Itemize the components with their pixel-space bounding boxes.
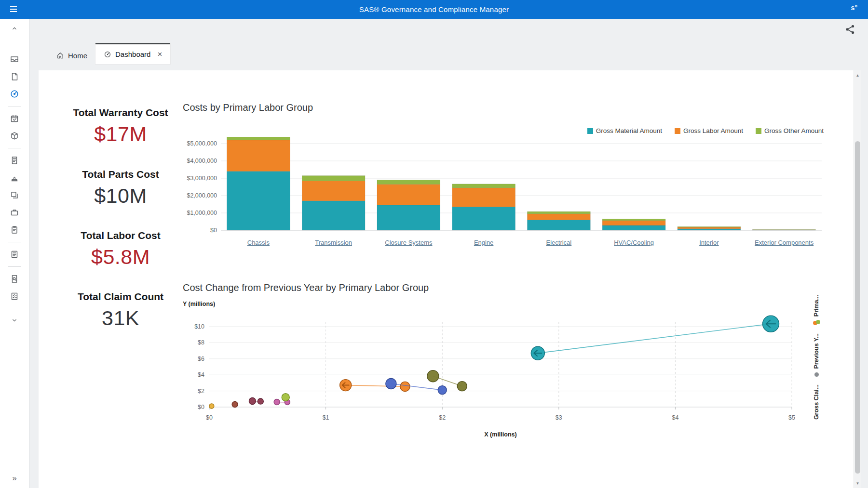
scroll-up-icon[interactable]	[6, 23, 23, 34]
home-icon	[56, 52, 64, 59]
kpi-label: Total Labor Cost	[39, 230, 203, 241]
legend-label: Gross Material Amount	[596, 127, 662, 134]
svg-text:Interior: Interior	[699, 239, 719, 246]
report-icon[interactable]	[6, 68, 23, 85]
svg-text:Exterior Components: Exterior Components	[755, 239, 814, 246]
rail-divider	[8, 106, 21, 106]
svg-text:Closure Systems: Closure Systems	[385, 239, 433, 246]
svg-text:$6: $6	[198, 356, 204, 362]
bar-chart-legend: Gross Material Amount Gross Labor Amount…	[587, 127, 824, 134]
search-document-icon[interactable]	[6, 270, 23, 288]
stamp-icon[interactable]	[6, 169, 23, 186]
app-header: SAS® Governance and Compliance Manager s…	[0, 0, 868, 19]
legend-swatch	[756, 128, 761, 134]
svg-text:$8: $8	[198, 339, 204, 346]
kpi-label: Total Warranty Cost	[39, 107, 203, 119]
scrollbar[interactable]: ▲ ▼	[854, 70, 861, 488]
legend-item[interactable]: Gross Other Amount	[756, 127, 824, 134]
kpi-value: $5.8M	[39, 245, 203, 269]
svg-text:$4: $4	[198, 371, 204, 378]
svg-text:$3,000,000: $3,000,000	[187, 175, 217, 182]
svg-text:$4: $4	[672, 414, 678, 421]
tab-dashboard[interactable]: Dashboard ×	[95, 43, 170, 64]
scrollbar-thumb[interactable]	[855, 141, 860, 474]
legend-item[interactable]: Gross Clai...	[813, 384, 820, 420]
legend-label: Previous Y...	[813, 333, 820, 369]
svg-text:Electrical: Electrical	[546, 239, 572, 246]
expand-panel-icon[interactable]: »	[12, 474, 16, 483]
tab-home[interactable]: Home	[48, 47, 95, 64]
stacked-bar-chart[interactable]: $0$1,000,000$2,000,000$3,000,000$4,000,0…	[183, 137, 825, 252]
svg-text:HVAC/Cooling: HVAC/Cooling	[614, 239, 654, 246]
svg-text:$5: $5	[788, 414, 795, 421]
svg-text:Transmission: Transmission	[315, 239, 352, 246]
app-window: SAS® Governance and Compliance Manager s…	[0, 0, 868, 488]
kpi-label: Total Claim Count	[39, 291, 203, 303]
svg-text:$10: $10	[194, 323, 204, 330]
dashboard-panel: Total Warranty Cost $17M Total Parts Cos…	[39, 70, 861, 488]
legend-label: Gross Other Amount	[764, 127, 824, 134]
tab-label: Dashboard	[115, 50, 150, 58]
menu-icon[interactable]	[9, 4, 19, 14]
svg-text:$0: $0	[206, 414, 213, 421]
share-icon[interactable]	[845, 24, 855, 35]
svg-text:$1: $1	[323, 414, 329, 421]
legend-item[interactable]: Previous Y...	[813, 333, 820, 376]
svg-text:Chassis: Chassis	[247, 239, 270, 246]
bubble-icon	[814, 372, 819, 377]
legend-label: Gross Labor Amount	[683, 127, 743, 134]
document-icon[interactable]	[6, 152, 23, 169]
package-icon[interactable]	[6, 127, 23, 145]
kpi-label: Total Parts Cost	[39, 169, 203, 180]
bar-chart-title: Costs by Primary Labor Group	[183, 102, 313, 113]
close-tab-icon[interactable]: ×	[157, 50, 162, 58]
profile-icon[interactable]: s°	[851, 4, 857, 12]
rail-divider	[8, 266, 21, 267]
legend-label: Prima...	[813, 295, 820, 317]
svg-text:$3: $3	[556, 414, 562, 421]
app-title: SAS® Governance and Compliance Manager	[359, 0, 509, 19]
svg-text:$2,000,000: $2,000,000	[187, 192, 217, 199]
kpi-value: $17M	[39, 122, 203, 146]
tab-bar: Home Dashboard ×	[48, 44, 170, 64]
chevron-down-icon[interactable]	[6, 312, 23, 329]
rail-divider	[8, 242, 21, 242]
legend-swatch	[675, 128, 680, 134]
briefcase-icon[interactable]	[6, 204, 23, 221]
rail-divider	[8, 148, 21, 148]
y-axis-label: Y (millions)	[183, 301, 215, 307]
copy-icon[interactable]	[6, 186, 23, 204]
checklist-icon[interactable]	[6, 288, 23, 305]
svg-text:$0: $0	[210, 227, 217, 234]
kpi-value: $10M	[39, 184, 203, 208]
legend-item[interactable]: Gross Labor Amount	[675, 127, 743, 134]
svg-text:$5,000,000: $5,000,000	[187, 140, 217, 147]
left-toolbar: »	[0, 19, 29, 488]
kpi-value: 31K	[39, 306, 203, 330]
dashboard-icon[interactable]	[6, 85, 23, 103]
bubble-pair-icon	[813, 320, 820, 326]
clipboard-icon[interactable]	[6, 221, 23, 238]
legend-item[interactable]: Prima...	[813, 295, 820, 326]
bubble-chart-side-legend: Prima... Previous Y... Gross Clai...	[808, 295, 825, 420]
svg-text:Engine: Engine	[474, 239, 493, 246]
svg-text:X (millions): X (millions)	[484, 431, 516, 438]
bubble-chart-title: Cost Change from Previous Year by Primar…	[183, 282, 429, 293]
scrollbar-up-icon[interactable]: ▲	[854, 71, 861, 79]
calendar-icon[interactable]	[6, 110, 23, 127]
svg-text:$4,000,000: $4,000,000	[187, 158, 217, 164]
scrollbar-down-icon[interactable]: ▼	[854, 479, 861, 487]
svg-text:$0: $0	[198, 404, 204, 410]
dashboard-tab-icon	[104, 51, 111, 58]
legend-swatch	[587, 128, 593, 134]
svg-text:$1,000,000: $1,000,000	[187, 210, 217, 216]
svg-text:$2: $2	[439, 414, 446, 421]
svg-text:$2: $2	[198, 388, 204, 395]
inbox-icon[interactable]	[6, 51, 23, 68]
legend-label: Gross Clai...	[813, 384, 820, 420]
tab-label: Home	[68, 52, 87, 60]
bubble-chart[interactable]: $0$2$4$6$8$10$0$1$2$3$4$5X (millions)	[183, 313, 825, 440]
legend-item[interactable]: Gross Material Amount	[587, 127, 662, 134]
notebook-icon[interactable]	[6, 246, 23, 263]
